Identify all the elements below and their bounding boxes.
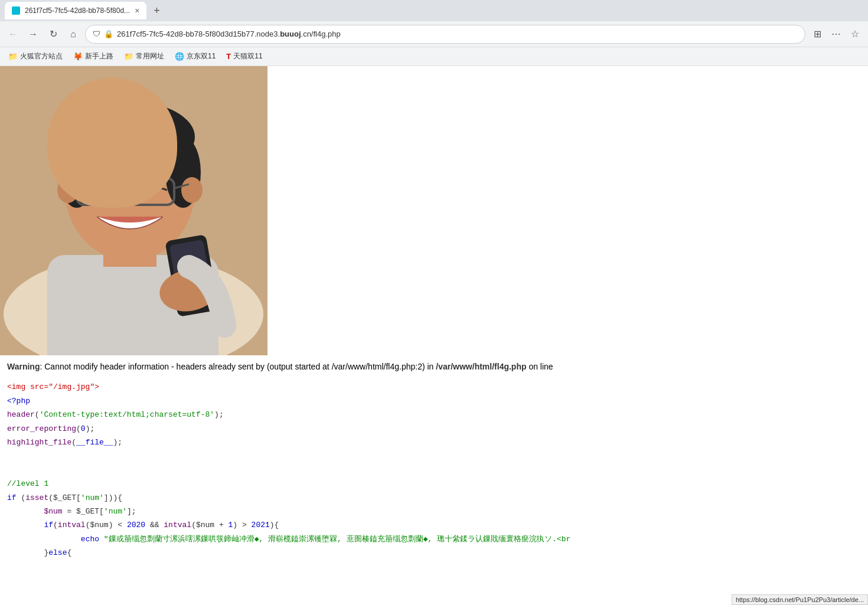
tab-favicon [12,6,20,15]
code-line-error-reporting: error_reporting(0); [7,422,861,436]
reload-button[interactable]: ↻ [45,26,61,42]
code-line-highlight: highlight_file(__file__); [7,436,861,449]
folder-icon-common: 📁 [124,52,133,61]
tab-close-button[interactable]: × [135,6,139,15]
code-blank-1 [7,449,861,463]
code-line-html-tag: <img src="/img.jpg"> [7,380,861,394]
svg-point-8 [57,177,79,203]
bookmark-label-jd: 京东双11 [187,51,216,61]
bookmark-label-newbie: 新手上路 [85,51,113,61]
new-tab-button[interactable]: + [149,5,165,17]
address-text: 261f7cf5-7fc5-42d8-bb78-5f80d3d15b77.nod… [117,30,341,38]
warning-rest: : Cannot modify header information - hea… [40,362,436,371]
page-content: Warning: Cannot modify header informatio… [0,66,868,562]
warning-label: Warning [7,362,40,371]
tmall-icon: T [226,52,231,61]
extensions-button[interactable]: ⊞ [809,26,825,42]
title-bar: 261f7cf5-7fc5-42d8-bb78-5f80d... × + [0,0,868,21]
code-line-echo: echo "鏁或笧缁忽剽蘭寸漯浜嗐漯鏁哄彂鍗屾冲滑◆, 滑崭榄鎑崇漯镬堕槑, 蕜… [7,532,861,546]
svg-line-13 [64,184,77,188]
warning-text: Warning: Cannot modify header informatio… [7,362,553,371]
bookmarks-bar: 📁 火狐官方站点 🦊 新手上路 📁 常用网址 🌐 京东双11 T 天猫双11 [0,47,868,66]
code-line-num-assign: $num = $_GET['num']; [7,505,861,518]
warning-end: on line [527,362,553,371]
globe-icon-jd: 🌐 [175,52,184,61]
bookmark-tmall[interactable]: T 天猫双11 [223,50,266,63]
home-button[interactable]: ⌂ [65,26,81,42]
person-photo [0,66,267,355]
code-line-if-isset: if (isset($_GET['num'])){ [7,491,861,505]
code-section: <img src="/img.jpg"> <?php header('Conte… [0,378,868,562]
bookmark-label-common: 常用网址 [136,51,164,61]
warning-section: Warning: Cannot modify header informatio… [0,355,868,378]
lock-icon: 🔒 [104,30,113,38]
bookmark-huhu[interactable]: 📁 火狐官方站点 [5,50,66,63]
forward-button[interactable]: → [25,26,41,42]
svg-rect-10 [77,178,121,205]
code-line-header: header('Content-type:text/html;charset=u… [7,408,861,421]
bookmark-label-tmall: 天猫双11 [233,51,262,61]
svg-point-5 [65,102,195,172]
tab-title: 261f7cf5-7fc5-42d8-bb78-5f80d... [25,6,130,15]
code-line-if-intval: if(intval($num) < 2020 && intval($num + … [7,518,861,532]
bookmark-button[interactable]: ☆ [847,26,863,42]
bookmark-jd[interactable]: 🌐 京东双11 [171,50,219,63]
folder-icon-huhu: 📁 [8,52,18,61]
toolbar-right: ⊞ ⋯ ☆ [809,26,863,42]
url-hint-text: https://blog.csdn.net/Pu1Pu2Pu3/article/… [736,596,864,603]
bookmark-label-huhu: 火狐官方站点 [20,51,63,61]
back-button[interactable]: ← [5,26,21,42]
code-line-else: }else{ [7,546,861,560]
bookmark-newbie[interactable]: 🦊 新手上路 [70,50,117,63]
url-hint: https://blog.csdn.net/Pu1Pu2Pu3/article/… [732,594,868,605]
browser-toolbar: ← → ↻ ⌂ 🛡 🔒 261f7cf5-7fc5-42d8-bb78-5f80… [0,21,868,47]
warning-path: /var/www/html/fl4g.php [436,362,526,371]
svg-point-9 [181,177,203,203]
code-line-php-open: <?php [7,394,861,408]
menu-button[interactable]: ⋯ [828,26,844,42]
code-blank-2 [7,463,861,477]
bookmark-common[interactable]: 📁 常用网址 [120,50,168,63]
firefox-icon-newbie: 🦊 [73,52,83,61]
shield-icon: 🛡 [93,30,100,38]
address-bar[interactable]: 🛡 🔒 261f7cf5-7fc5-42d8-bb78-5f80d3d15b77… [85,25,805,44]
code-line-comment: //level 1 [7,477,861,490]
photo-svg [0,66,267,355]
active-tab[interactable]: 261f7cf5-7fc5-42d8-bb78-5f80d... × [5,2,146,19]
